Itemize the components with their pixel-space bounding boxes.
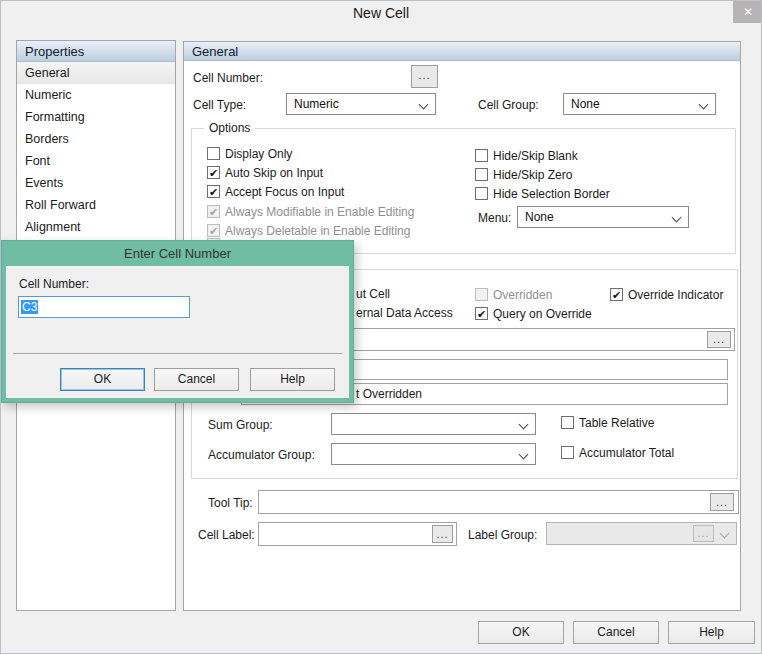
cell-group-value: None [571,97,600,111]
cell-label-ellipsis-button[interactable]: ... [432,525,453,543]
checkbox-hide-skip-zero-label[interactable]: Hide/Skip Zero [493,168,572,182]
checkbox-overridden [475,288,488,301]
checkbox-hide-skip-blank[interactable] [475,149,488,162]
tool-tip-input[interactable] [258,490,739,514]
cell-type-select[interactable]: Numeric [286,93,436,115]
checkbox-accumulator-total[interactable] [561,446,574,459]
label-group-ellipsis-button: ... [693,525,714,542]
override-group-textbox-1-ellipsis-button[interactable]: ... [707,331,731,348]
close-icon: ✕ [743,5,753,19]
cell-group-label: Cell Group: [478,98,539,112]
modal-title: Enter Cell Number [2,241,353,266]
overridden-textbox-value-fragment: t Overridden [356,387,422,401]
sidebar-item-roll-forward[interactable]: Roll Forward [17,194,175,216]
checkbox-hide-selection-border[interactable] [475,187,488,200]
selected-text: C3 [21,300,38,314]
sum-group-label: Sum Group: [208,418,273,432]
input-cell-label-fragment[interactable]: ut Cell [356,287,390,301]
menu-value: None [525,210,554,224]
chevron-down-icon [672,213,682,223]
cell-number-input[interactable]: C3 [18,296,190,318]
modal-help-button[interactable]: Help [250,368,335,391]
sidebar-item-alignment[interactable]: Alignment [17,216,175,238]
dialog-ok-button[interactable]: OK [478,621,564,644]
checkbox-hide-skip-blank-label[interactable]: Hide/Skip Blank [493,149,578,163]
cell-type-value: Numeric [294,97,339,111]
checkbox-hide-skip-zero[interactable] [475,168,488,181]
modal-cell-number-label: Cell Number: [19,277,89,291]
cell-label-input[interactable] [258,522,457,546]
enter-cell-number-dialog: Enter Cell Number Cell Number: C3 OK Can… [1,240,354,403]
checkbox-always-deletable [207,224,220,237]
checkbox-auto-skip-on-input[interactable] [207,166,220,179]
new-cell-dialog: New Cell ✕ Properties General Numeric Fo… [0,0,762,654]
sidebar-item-events[interactable]: Events [17,172,175,194]
sidebar-item-formatting[interactable]: Formatting [17,106,175,128]
chevron-down-icon [720,529,730,539]
menu-label: Menu: [478,211,511,225]
tool-tip-label: Tool Tip: [208,496,253,510]
checkbox-hide-selection-border-label[interactable]: Hide Selection Border [493,187,610,201]
chevron-down-icon [519,420,529,430]
cell-type-label: Cell Type: [193,98,246,112]
modal-ok-button[interactable]: OK [60,368,145,391]
checkbox-query-on-override[interactable] [475,307,488,320]
checkbox-accept-focus-on-input[interactable] [207,185,220,198]
modal-cancel-button[interactable]: Cancel [154,368,239,391]
close-button[interactable]: ✕ [733,1,762,23]
label-group-label: Label Group: [468,528,537,542]
menu-select[interactable]: None [517,206,689,228]
checkbox-auto-skip-on-input-label[interactable]: Auto Skip on Input [225,166,323,180]
accumulator-group-select[interactable] [331,443,536,465]
chevron-down-icon [699,100,709,110]
dialog-cancel-button[interactable]: Cancel [573,621,659,644]
chevron-down-icon [419,100,429,110]
checkbox-override-indicator[interactable] [610,288,623,301]
checkbox-display-only[interactable] [207,147,220,160]
sidebar-item-general[interactable]: General [17,62,175,84]
sidebar-item-font[interactable]: Font [17,150,175,172]
checkbox-always-modifiable [207,205,220,218]
checkbox-table-relative-label[interactable]: Table Relative [579,416,654,430]
checkbox-overridden-label: Overridden [493,288,552,302]
dialog-help-button[interactable]: Help [668,621,755,644]
general-panel-header: General [184,42,740,61]
checkbox-always-modifiable-label: Always Modifiable in Enable Editing [225,205,414,219]
checkbox-query-on-override-label[interactable]: Query on Override [493,307,592,321]
cell-label-label: Cell Label: [198,528,255,542]
separator [13,353,342,354]
cell-group-select[interactable]: None [563,93,716,115]
checkbox-always-deletable-label: Always Deletable in Enable Editing [225,224,410,238]
accumulator-group-label: Accumulator Group: [208,448,315,462]
window-title: New Cell [1,5,761,21]
properties-panel-header: Properties [17,41,175,62]
chevron-down-icon [519,450,529,460]
checkbox-display-only-label[interactable]: Display Only [225,147,292,161]
tool-tip-ellipsis-button[interactable]: ... [710,493,734,511]
checkbox-table-relative[interactable] [561,416,574,429]
checkbox-accept-focus-on-input-label[interactable]: Accept Focus on Input [225,185,344,199]
sum-group-select[interactable] [331,413,536,435]
cell-number-label: Cell Number: [193,71,263,85]
modal-body: Cell Number: C3 OK Cancel Help [6,266,349,398]
checkbox-accumulator-total-label[interactable]: Accumulator Total [579,446,674,460]
checkbox-override-indicator-label[interactable]: Override Indicator [628,288,723,302]
cell-number-ellipsis-button[interactable]: ... [411,65,438,88]
sidebar-item-numeric[interactable]: Numeric [17,84,175,106]
sidebar-item-borders[interactable]: Borders [17,128,175,150]
external-data-access-label-fragment[interactable]: ernal Data Access [356,306,453,320]
options-group-title: Options [204,121,255,135]
